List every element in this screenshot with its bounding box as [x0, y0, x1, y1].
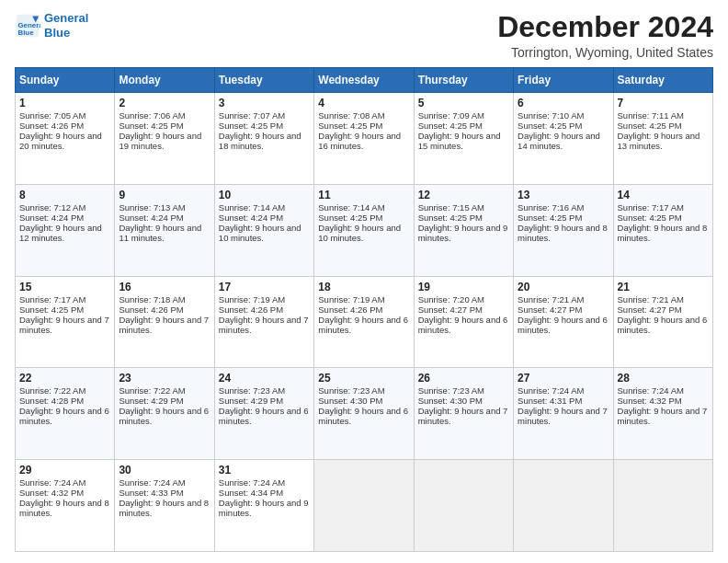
day-number: 21 — [618, 281, 709, 293]
sunrise-text: Sunrise: 7:17 AM — [19, 294, 110, 304]
calendar-cell: 29Sunrise: 7:24 AMSunset: 4:32 PMDayligh… — [16, 460, 115, 552]
day-number: 7 — [618, 97, 709, 109]
day-number: 22 — [19, 372, 110, 385]
calendar-cell: 9Sunrise: 7:13 AMSunset: 4:24 PMDaylight… — [115, 184, 214, 276]
sunrise-text: Sunrise: 7:12 AM — [19, 202, 110, 213]
daylight-text: Daylight: 9 hours and 7 minutes. — [418, 406, 509, 426]
calendar-table: SundayMondayTuesdayWednesdayThursdayFrid… — [15, 67, 713, 552]
calendar-day-header: Wednesday — [314, 68, 414, 93]
calendar-cell: 5Sunrise: 7:09 AMSunset: 4:25 PMDaylight… — [414, 93, 513, 185]
daylight-text: Daylight: 9 hours and 11 minutes. — [119, 223, 210, 243]
sunrise-text: Sunrise: 7:23 AM — [219, 385, 310, 396]
sunrise-text: Sunrise: 7:17 AM — [618, 202, 709, 213]
calendar-day-header: Sunday — [16, 68, 115, 93]
daylight-text: Daylight: 9 hours and 7 minutes. — [518, 406, 609, 426]
calendar-cell: 26Sunrise: 7:23 AMSunset: 4:30 PMDayligh… — [414, 368, 513, 460]
sunrise-text: Sunrise: 7:16 AM — [518, 202, 609, 213]
sunrise-text: Sunrise: 7:14 AM — [318, 202, 409, 213]
calendar-week-row: 29Sunrise: 7:24 AMSunset: 4:32 PMDayligh… — [16, 460, 713, 552]
logo-text: General Blue — [44, 11, 88, 40]
calendar-week-row: 22Sunrise: 7:22 AMSunset: 4:28 PMDayligh… — [16, 368, 713, 460]
daylight-text: Daylight: 9 hours and 19 minutes. — [119, 131, 210, 151]
calendar-cell: 27Sunrise: 7:24 AMSunset: 4:31 PMDayligh… — [514, 368, 613, 460]
calendar-cell: 3Sunrise: 7:07 AMSunset: 4:25 PMDaylight… — [214, 93, 313, 185]
sunrise-text: Sunrise: 7:08 AM — [318, 110, 409, 121]
daylight-text: Daylight: 9 hours and 20 minutes. — [19, 131, 110, 151]
daylight-text: Daylight: 9 hours and 6 minutes. — [318, 406, 409, 426]
daylight-text: Daylight: 9 hours and 10 minutes. — [219, 223, 310, 243]
header: General Blue General Blue December 2024 … — [15, 11, 713, 60]
daylight-text: Daylight: 9 hours and 6 minutes. — [219, 406, 310, 426]
sunrise-text: Sunrise: 7:24 AM — [618, 385, 709, 396]
calendar-day-header: Monday — [115, 68, 214, 93]
day-number: 19 — [418, 281, 509, 293]
calendar-cell: 2Sunrise: 7:06 AMSunset: 4:25 PMDaylight… — [115, 93, 214, 185]
calendar-day-header: Tuesday — [214, 68, 313, 93]
day-number: 12 — [418, 189, 509, 201]
day-number: 11 — [318, 189, 409, 201]
sunrise-text: Sunrise: 7:10 AM — [518, 110, 609, 121]
calendar-cell — [414, 460, 513, 552]
calendar-week-row: 1Sunrise: 7:05 AMSunset: 4:26 PMDaylight… — [16, 93, 713, 185]
svg-text:Blue: Blue — [18, 28, 35, 36]
calendar-cell: 15Sunrise: 7:17 AMSunset: 4:25 PMDayligh… — [16, 276, 115, 368]
calendar-cell: 31Sunrise: 7:24 AMSunset: 4:34 PMDayligh… — [214, 460, 313, 552]
day-number: 31 — [219, 464, 310, 477]
calendar-cell: 18Sunrise: 7:19 AMSunset: 4:26 PMDayligh… — [314, 276, 414, 368]
day-number: 5 — [418, 97, 509, 109]
daylight-text: Daylight: 9 hours and 6 minutes. — [618, 315, 709, 335]
sunset-text: Sunset: 4:26 PM — [219, 304, 310, 315]
calendar-cell: 23Sunrise: 7:22 AMSunset: 4:29 PMDayligh… — [115, 368, 214, 460]
sunset-text: Sunset: 4:26 PM — [119, 304, 210, 315]
logo-line1: General — [44, 11, 88, 25]
sunset-text: Sunset: 4:24 PM — [219, 213, 310, 223]
sunrise-text: Sunrise: 7:23 AM — [318, 385, 409, 396]
sunset-text: Sunset: 4:30 PM — [418, 396, 509, 406]
day-number: 4 — [318, 97, 409, 109]
daylight-text: Daylight: 9 hours and 10 minutes. — [318, 223, 409, 243]
calendar-cell: 7Sunrise: 7:11 AMSunset: 4:25 PMDaylight… — [613, 93, 712, 185]
sunset-text: Sunset: 4:32 PM — [618, 396, 709, 406]
daylight-text: Daylight: 9 hours and 6 minutes. — [19, 406, 110, 426]
calendar-cell: 30Sunrise: 7:24 AMSunset: 4:33 PMDayligh… — [115, 460, 214, 552]
day-number: 15 — [19, 281, 110, 293]
daylight-text: Daylight: 9 hours and 12 minutes. — [19, 223, 110, 243]
sunrise-text: Sunrise: 7:24 AM — [518, 385, 609, 396]
sunset-text: Sunset: 4:34 PM — [219, 488, 310, 498]
calendar-cell: 8Sunrise: 7:12 AMSunset: 4:24 PMDaylight… — [16, 184, 115, 276]
daylight-text: Daylight: 9 hours and 7 minutes. — [119, 315, 210, 335]
calendar-cell: 6Sunrise: 7:10 AMSunset: 4:25 PMDaylight… — [514, 93, 613, 185]
daylight-text: Daylight: 9 hours and 6 minutes. — [119, 406, 210, 426]
sunrise-text: Sunrise: 7:22 AM — [119, 385, 210, 396]
calendar-cell — [613, 460, 712, 552]
sunrise-text: Sunrise: 7:18 AM — [119, 294, 210, 304]
day-number: 6 — [518, 97, 609, 109]
calendar-week-row: 8Sunrise: 7:12 AMSunset: 4:24 PMDaylight… — [16, 184, 713, 276]
logo: General Blue General Blue — [15, 11, 88, 40]
calendar-cell: 17Sunrise: 7:19 AMSunset: 4:26 PMDayligh… — [214, 276, 313, 368]
sunset-text: Sunset: 4:27 PM — [618, 304, 709, 315]
sunrise-text: Sunrise: 7:21 AM — [518, 294, 609, 304]
daylight-text: Daylight: 9 hours and 6 minutes. — [418, 315, 509, 335]
day-number: 20 — [518, 281, 609, 293]
calendar-cell: 1Sunrise: 7:05 AMSunset: 4:26 PMDaylight… — [16, 93, 115, 185]
sunrise-text: Sunrise: 7:19 AM — [318, 294, 409, 304]
sunset-text: Sunset: 4:25 PM — [19, 304, 110, 315]
daylight-text: Daylight: 9 hours and 8 minutes. — [518, 223, 609, 243]
daylight-text: Daylight: 9 hours and 14 minutes. — [518, 131, 609, 151]
sunrise-text: Sunrise: 7:05 AM — [19, 110, 110, 121]
calendar-cell: 10Sunrise: 7:14 AMSunset: 4:24 PMDayligh… — [214, 184, 313, 276]
sunrise-text: Sunrise: 7:06 AM — [119, 110, 210, 121]
day-number: 2 — [119, 97, 210, 109]
daylight-text: Daylight: 9 hours and 16 minutes. — [318, 131, 409, 151]
daylight-text: Daylight: 9 hours and 13 minutes. — [618, 131, 709, 151]
day-number: 10 — [219, 189, 310, 201]
sunset-text: Sunset: 4:26 PM — [19, 121, 110, 131]
title-block: December 2024 Torrington, Wyoming, Unite… — [497, 11, 713, 60]
calendar-cell: 20Sunrise: 7:21 AMSunset: 4:27 PMDayligh… — [514, 276, 613, 368]
day-number: 13 — [518, 189, 609, 201]
day-number: 14 — [618, 189, 709, 201]
daylight-text: Daylight: 9 hours and 15 minutes. — [418, 131, 509, 151]
daylight-text: Daylight: 9 hours and 8 minutes. — [618, 223, 709, 243]
daylight-text: Daylight: 9 hours and 6 minutes. — [318, 315, 409, 335]
